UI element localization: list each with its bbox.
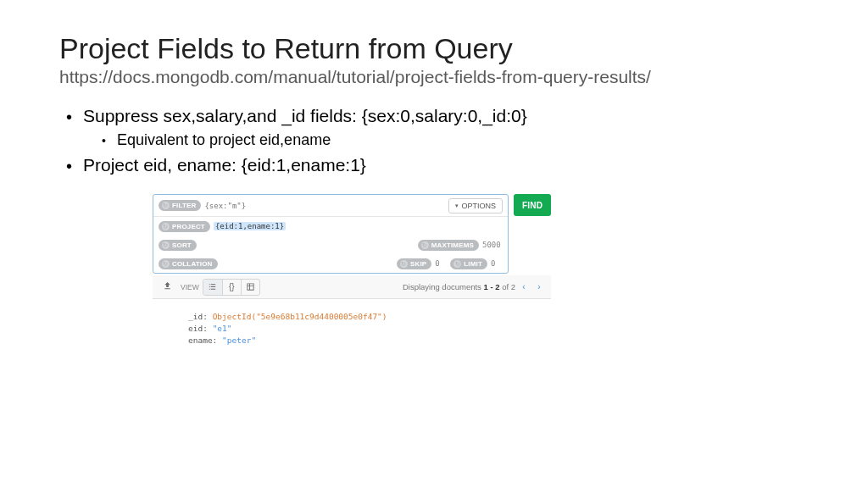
filter-input[interactable]: {sex:"m"} xyxy=(204,202,445,210)
slide-subtitle-url: https://docs.mongodb.com/manual/tutorial… xyxy=(59,67,817,87)
results-toolbar: VIEW {} Displaying documents 1 - 2 of 2 … xyxy=(153,275,551,299)
project-label: PROJECT xyxy=(172,223,205,230)
view-label: VIEW xyxy=(177,283,203,291)
collation-row: ↻ COLLATION ↻ SKIP 0 ↻ LIMIT 0 xyxy=(153,254,508,273)
options-toggle[interactable]: ▾ OPTIONS xyxy=(448,198,503,214)
mongodb-compass-panel: ↻ FILTER {sex:"m"} ▾ OPTIONS ↻ PROJECT {… xyxy=(153,194,551,346)
options-label: OPTIONS xyxy=(461,202,496,210)
bullet-dot: • xyxy=(66,155,83,177)
maxtimems-input[interactable]: 5000 xyxy=(482,241,503,249)
reset-icon[interactable]: ↻ xyxy=(453,260,461,268)
bullet-2-text: Project eid, ename: {eid:1,ename:1} xyxy=(83,155,366,175)
doc-field-eid: eid: "e1" xyxy=(188,323,551,335)
collation-pill[interactable]: ↻ COLLATION xyxy=(159,258,218,269)
view-list-icon[interactable] xyxy=(203,280,222,295)
bullet-1-sub-text: Equivalent to project eid,ename xyxy=(117,131,331,149)
bullet-dot: • xyxy=(66,106,83,128)
query-builder: ↻ FILTER {sex:"m"} ▾ OPTIONS ↻ PROJECT {… xyxy=(153,194,509,274)
next-page-button[interactable]: › xyxy=(532,280,546,294)
project-input[interactable]: {eid:1,ename:1} xyxy=(214,222,286,230)
reset-icon[interactable]: ↻ xyxy=(421,241,429,249)
slide-title: Project Fields to Return from Query xyxy=(59,32,817,65)
maxtimems-pill[interactable]: ↻ MAXTIMEMS xyxy=(418,240,479,251)
limit-pill[interactable]: ↻ LIMIT xyxy=(450,258,487,269)
skip-label: SKIP xyxy=(410,260,426,268)
reset-icon[interactable]: ↻ xyxy=(162,202,170,209)
doc-field-id: _id: ObjectId("5e9e68b11c9d4400005e0f47"… xyxy=(188,311,551,323)
prev-page-button[interactable]: ‹ xyxy=(517,280,531,294)
reset-icon[interactable]: ↻ xyxy=(162,260,170,268)
reset-icon[interactable]: ↻ xyxy=(162,223,170,230)
result-document: _id: ObjectId("5e9e68b11c9d4400005e0f47"… xyxy=(153,311,551,346)
bullet-1-text: Suppress sex,salary,and _id fields: {sex… xyxy=(83,106,527,126)
display-count: Displaying documents 1 - 2 of 2 xyxy=(403,282,515,291)
bullet-list: • Suppress sex,salary,and _id fields: {s… xyxy=(59,106,817,177)
caret-down-icon: ▾ xyxy=(455,202,459,209)
limit-label: LIMIT xyxy=(464,260,482,268)
collation-label: COLLATION xyxy=(172,260,213,268)
doc-field-ename: ename: "peter" xyxy=(188,335,551,347)
bullet-dot: • xyxy=(102,131,117,150)
bullet-1: • Suppress sex,salary,and _id fields: {s… xyxy=(66,106,817,128)
project-pill[interactable]: ↻ PROJECT xyxy=(159,221,210,232)
reset-icon[interactable]: ↻ xyxy=(400,260,408,268)
filter-pill[interactable]: ↻ FILTER xyxy=(159,200,201,211)
limit-input[interactable]: 0 xyxy=(491,259,503,268)
view-json-icon[interactable]: {} xyxy=(222,280,241,295)
skip-pill[interactable]: ↻ SKIP xyxy=(397,258,431,269)
filter-label: FILTER xyxy=(172,202,196,209)
bullet-1-sub: • Equivalent to project eid,ename xyxy=(102,131,817,150)
project-row: ↻ PROJECT {eid:1,ename:1} xyxy=(153,217,508,236)
maxtimems-label: MAXTIMEMS xyxy=(431,241,474,249)
sort-row: ↻ SORT ↻ MAXTIMEMS 5000 xyxy=(153,236,508,254)
sort-pill[interactable]: ↻ SORT xyxy=(159,240,197,251)
find-button[interactable]: FIND xyxy=(514,194,551,216)
insert-document-icon[interactable] xyxy=(158,281,177,292)
view-table-icon[interactable] xyxy=(241,280,259,295)
bullet-2: • Project eid, ename: {eid:1,ename:1} xyxy=(66,155,817,177)
skip-input[interactable]: 0 xyxy=(435,259,447,268)
sort-label: SORT xyxy=(172,241,192,249)
reset-icon[interactable]: ↻ xyxy=(162,241,170,249)
view-mode-buttons: {} xyxy=(203,279,260,296)
filter-row: ↻ FILTER {sex:"m"} ▾ OPTIONS xyxy=(153,195,508,217)
